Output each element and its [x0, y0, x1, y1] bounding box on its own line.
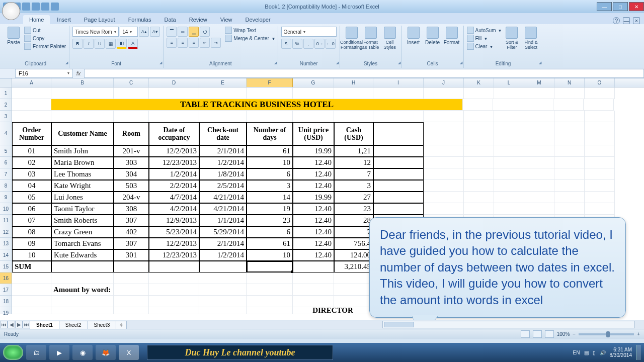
cell[interactable]	[494, 203, 524, 215]
cell[interactable]: 12	[334, 157, 373, 168]
close-button[interactable]: ✕	[629, 2, 644, 11]
cell[interactable]	[12, 99, 51, 111]
cell[interactable]: 4/21/2014	[199, 192, 247, 203]
clear-button[interactable]: Clear ▾	[467, 43, 502, 50]
normal-view-button[interactable]	[521, 330, 530, 338]
cell[interactable]: 06	[12, 203, 51, 215]
worksheet[interactable]: ABCDEFGHIJKLMNO 12TABLE TRACKING BUSINES…	[0, 78, 644, 320]
cell[interactable]: 4/2/2014	[149, 203, 199, 215]
cell[interactable]	[149, 284, 199, 296]
autosum-button[interactable]: AutoSum ▾	[467, 27, 502, 34]
underline-button[interactable]: U	[95, 39, 105, 49]
cell[interactable]: 2/1/2014	[199, 145, 247, 157]
cell[interactable]	[114, 296, 149, 307]
format-cells-button[interactable]: Format	[443, 27, 460, 45]
cell[interactable]: 28	[334, 215, 373, 226]
cell[interactable]	[523, 99, 553, 111]
cell[interactable]	[554, 192, 585, 203]
cell[interactable]	[524, 192, 554, 203]
shrink-font-button[interactable]: A▾	[150, 27, 160, 37]
cell[interactable]	[424, 180, 464, 192]
cell[interactable]	[464, 180, 494, 192]
cell[interactable]: 303	[114, 157, 149, 168]
qat-open-icon[interactable]	[41, 3, 49, 11]
cell[interactable]	[524, 157, 554, 168]
row-header[interactable]: 10	[0, 203, 12, 215]
cell[interactable]: 12/9/2013	[149, 215, 199, 226]
zoom-in-button[interactable]: +	[637, 331, 640, 337]
orientation-button[interactable]: ⭯	[200, 27, 210, 37]
table-header[interactable]: Order Number	[12, 122, 51, 145]
cell[interactable]	[293, 273, 334, 284]
cell[interactable]	[334, 296, 373, 307]
qat-redo-icon[interactable]	[22, 3, 30, 11]
row-header[interactable]: 13	[0, 238, 12, 249]
cell[interactable]	[494, 145, 524, 157]
cell[interactable]	[51, 273, 114, 284]
cell[interactable]	[247, 296, 293, 307]
fill-button[interactable]: Fill ▾	[467, 35, 502, 42]
cell[interactable]: 10	[247, 249, 293, 261]
tray-flag-icon[interactable]: ▤	[584, 350, 589, 355]
row-header[interactable]: 14	[0, 249, 12, 261]
cell[interactable]	[293, 87, 334, 99]
tray-lang[interactable]: EN	[573, 350, 580, 355]
cell[interactable]	[293, 296, 334, 307]
col-header-J[interactable]: J	[424, 78, 464, 87]
col-header-L[interactable]: L	[494, 78, 524, 87]
cell[interactable]	[373, 145, 424, 157]
cell[interactable]	[149, 261, 199, 273]
cell[interactable]: 12.40	[293, 157, 334, 168]
cell[interactable]	[585, 168, 615, 180]
tray-network-icon[interactable]: ▯	[593, 350, 596, 355]
cell[interactable]: 6	[247, 226, 293, 238]
cell[interactable]	[373, 87, 424, 99]
cell[interactable]	[149, 296, 199, 307]
row-header[interactable]: 17	[0, 284, 12, 296]
cell[interactable]	[464, 157, 494, 168]
table-header[interactable]: Room	[114, 122, 149, 145]
percent-button[interactable]: %	[292, 39, 302, 49]
tab-insert[interactable]: Insert	[51, 15, 77, 24]
cell[interactable]	[554, 168, 585, 180]
cell[interactable]	[247, 111, 293, 122]
taskbar-chrome-icon[interactable]: ◉	[72, 345, 93, 360]
conditional-formatting-button[interactable]: Conditional Formatting	[343, 27, 360, 50]
cell[interactable]: 1,21	[334, 145, 373, 157]
cell[interactable]: Maria Brown	[51, 157, 114, 168]
decrease-decimal-button[interactable]: ←.0	[326, 39, 336, 49]
cell[interactable]: 12.40	[293, 215, 334, 226]
cell[interactable]	[524, 180, 554, 192]
cell[interactable]	[199, 284, 247, 296]
cell[interactable]	[334, 284, 373, 296]
cell[interactable]: Crazy Green	[51, 226, 114, 238]
row-header[interactable]: 12	[0, 226, 12, 238]
cell[interactable]	[149, 273, 199, 284]
cell[interactable]: 08	[12, 226, 51, 238]
col-header-I[interactable]: I	[373, 78, 424, 87]
cell[interactable]	[464, 111, 494, 122]
cell[interactable]	[585, 180, 615, 192]
cell[interactable]	[554, 203, 585, 215]
cell[interactable]	[464, 145, 494, 157]
maximize-button[interactable]: □	[613, 2, 628, 11]
cell[interactable]	[149, 111, 199, 122]
col-header-D[interactable]: D	[149, 78, 199, 87]
cell[interactable]: 307	[114, 215, 149, 226]
cell[interactable]: 12/2/2013	[149, 145, 199, 157]
cell[interactable]: 5/23/2014	[149, 226, 199, 238]
tab-formulas[interactable]: Formulas	[122, 15, 157, 24]
cell[interactable]	[199, 87, 247, 99]
cell[interactable]	[373, 157, 424, 168]
cell[interactable]: 19	[247, 203, 293, 215]
align-center-button[interactable]: ≡	[178, 38, 188, 48]
cell[interactable]: 12.40	[293, 238, 334, 249]
cell[interactable]	[199, 307, 247, 314]
taskbar-media-icon[interactable]: ▶	[49, 345, 69, 360]
cell[interactable]: Amount by word:	[51, 284, 114, 296]
cell[interactable]: 12/23/2013	[149, 249, 199, 261]
cell[interactable]	[494, 180, 524, 192]
paste-button[interactable]: Paste	[5, 27, 22, 45]
cell[interactable]	[524, 203, 554, 215]
cell[interactable]	[12, 111, 51, 122]
